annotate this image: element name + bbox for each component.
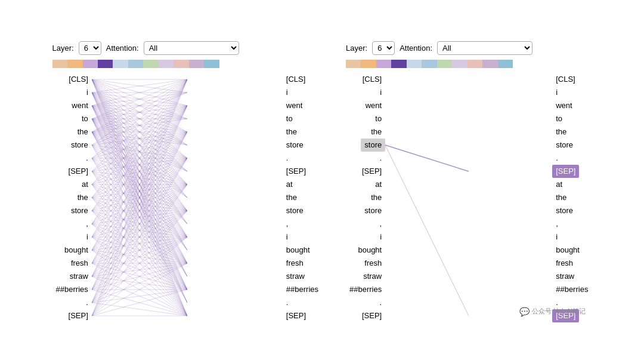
swatch-1-10 <box>189 60 204 68</box>
svg-line-99 <box>92 79 187 171</box>
svg-line-209 <box>92 263 187 276</box>
swatch-1-8 <box>159 60 174 68</box>
svg-line-151 <box>92 184 187 211</box>
svg-line-159 <box>92 198 187 211</box>
svg-line-180 <box>92 132 187 237</box>
svg-line-10 <box>92 79 187 211</box>
svg-line-116 <box>92 276 187 316</box>
token-dot1-right-2: . <box>552 152 562 165</box>
token-comma-right-2: , <box>552 217 562 230</box>
svg-line-200 <box>92 237 187 263</box>
svg-line-134 <box>92 158 187 184</box>
layer-select-2[interactable]: 6 <box>372 41 395 55</box>
token-sep2-left-1: [SEP] <box>65 309 92 322</box>
token-went-right-1: went <box>283 99 306 112</box>
svg-line-172 <box>92 132 187 224</box>
svg-line-111 <box>92 79 187 250</box>
svg-line-65 <box>92 119 187 211</box>
svg-line-135 <box>92 158 187 211</box>
svg-line-225 <box>92 263 187 303</box>
token-berries-left-2: ##berries <box>346 283 385 296</box>
svg-line-157 <box>92 158 187 198</box>
svg-line-189 <box>92 158 187 250</box>
svg-line-16 <box>92 79 187 290</box>
svg-line-154 <box>92 184 187 290</box>
svg-line-145 <box>92 171 187 263</box>
token-comma-left-1: , <box>82 217 92 230</box>
token-to-left-1: to <box>78 112 92 125</box>
svg-line-96 <box>92 145 187 316</box>
svg-line-149 <box>92 158 187 184</box>
color-bar-2 <box>346 60 513 68</box>
svg-line-38 <box>92 79 187 106</box>
svg-line-152 <box>92 184 187 237</box>
token-dot1-right-1: . <box>283 152 292 165</box>
layer-select-1[interactable]: 6 <box>79 41 101 55</box>
svg-line-92 <box>92 106 187 132</box>
svg-line-211 <box>92 106 187 290</box>
svg-line-86 <box>92 132 187 184</box>
connections-svg-2 <box>385 73 469 322</box>
svg-line-19 <box>92 79 187 93</box>
swatch-2-10 <box>482 60 497 68</box>
svg-line-233 <box>92 263 187 316</box>
svg-line-156 <box>92 132 187 198</box>
token-at-right-1: at <box>283 178 296 191</box>
svg-line-33 <box>92 93 187 263</box>
main-container: Layer: 6 Attention: All [CLS] <box>41 29 604 334</box>
svg-line-126 <box>92 145 187 184</box>
svg-line-171 <box>92 106 187 224</box>
svg-line-158 <box>92 184 187 198</box>
token-comma-right-1: , <box>283 217 292 230</box>
svg-line-163 <box>92 106 187 211</box>
svg-line-115 <box>92 79 187 276</box>
svg-line-138 <box>92 158 187 290</box>
swatch-1-5 <box>113 60 128 68</box>
svg-line-203 <box>92 106 187 276</box>
attention-select-1[interactable]: All <box>144 41 239 55</box>
svg-line-101 <box>92 79 187 184</box>
svg-line-35 <box>92 93 187 290</box>
svg-line-181 <box>92 158 187 237</box>
token-straw-left-2: straw <box>360 270 385 283</box>
token-i2-left-1: i <box>83 230 92 244</box>
svg-line-31 <box>92 93 187 237</box>
svg-line-28 <box>92 93 187 198</box>
svg-line-121 <box>92 79 187 316</box>
svg-line-210 <box>92 276 187 290</box>
layer-label-1: Layer: <box>52 44 74 53</box>
svg-line-124 <box>92 132 187 145</box>
svg-line-14 <box>92 79 187 263</box>
svg-line-78 <box>92 132 187 290</box>
svg-line-74 <box>92 93 187 119</box>
svg-line-123 <box>92 106 187 145</box>
svg-line-207 <box>92 211 187 276</box>
svg-line-228 <box>92 132 187 316</box>
svg-line-193 <box>92 250 187 263</box>
svg-line-15 <box>92 79 187 276</box>
token-dot1-left-1: . <box>82 152 92 165</box>
svg-line-108 <box>92 224 187 316</box>
layer-label-2: Layer: <box>346 44 367 53</box>
svg-line-89 <box>92 132 187 145</box>
svg-line-186 <box>92 237 187 290</box>
svg-line-24 <box>92 93 187 145</box>
svg-line-191 <box>92 211 187 250</box>
svg-line-49 <box>92 106 187 224</box>
svg-line-79 <box>92 132 187 276</box>
token-store-right-2: store <box>552 139 577 152</box>
svg-line-52 <box>92 106 187 263</box>
svg-line-82 <box>92 132 187 237</box>
svg-line-50 <box>92 106 187 237</box>
swatch-2-11 <box>498 60 513 68</box>
svg-line-232 <box>92 237 187 316</box>
svg-line-4 <box>92 79 187 132</box>
swatch-1-4 <box>98 60 113 68</box>
panel-2: Layer: 6 Attention: All [CLS] <box>346 41 592 322</box>
swatch-1-7 <box>143 60 158 68</box>
token-dot2-right-1: . <box>283 296 292 309</box>
svg-line-227 <box>92 106 187 316</box>
attention-select-2[interactable]: All <box>437 41 532 55</box>
svg-line-128 <box>92 145 187 237</box>
svg-line-83 <box>92 132 187 224</box>
